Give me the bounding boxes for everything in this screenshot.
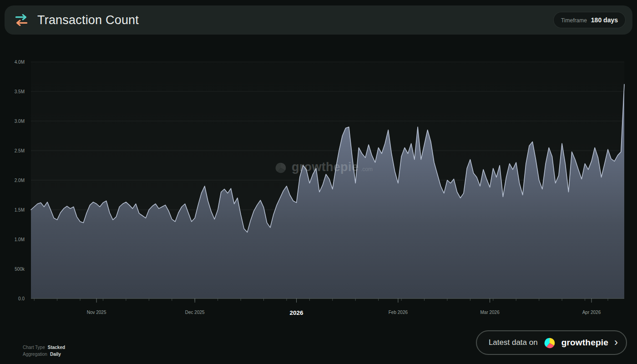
page-title: Transaction Count — [37, 13, 139, 27]
svg-text:Apr 2026: Apr 2026 — [582, 310, 601, 315]
svg-text:4.0M: 4.0M — [15, 60, 25, 65]
latest-data-cta-button[interactable]: Latest data on growthepie › — [476, 330, 627, 355]
timeframe-selector[interactable]: Timeframe 180 days — [554, 12, 625, 28]
svg-text:500k: 500k — [15, 267, 25, 272]
chart-type-label: Chart Type — [23, 344, 45, 351]
cta-brand-text: growthepie — [561, 338, 608, 348]
svg-text:3.0M: 3.0M — [15, 119, 25, 124]
transaction-count-page: Transaction Count Timeframe 180 days 0.0… — [0, 0, 637, 364]
transaction-count-area-chart[interactable]: 0.0500k1.0M1.5M2.0M2.5M3.0M3.5M4.0MNov 2… — [0, 41, 637, 323]
header-bar: Transaction Count Timeframe 180 days — [5, 5, 632, 35]
chevron-right-icon: › — [614, 337, 618, 348]
svg-text:3.5M: 3.5M — [15, 89, 25, 94]
svg-text:0.0: 0.0 — [18, 296, 25, 301]
chart-meta: Chart Type Stacked Aggregation Daily — [23, 344, 65, 358]
aggregation-value: Daily — [50, 351, 61, 358]
svg-text:2.0M: 2.0M — [15, 178, 25, 183]
svg-text:Dec 2025: Dec 2025 — [185, 310, 205, 315]
svg-text:2.5M: 2.5M — [15, 148, 25, 153]
growthepie-logo-icon — [543, 336, 556, 349]
timeframe-label: Timeframe — [561, 17, 587, 24]
aggregation-label: Aggregation — [23, 351, 47, 358]
svg-text:1.0M: 1.0M — [15, 237, 25, 242]
svg-text:2026: 2026 — [290, 309, 304, 316]
svg-text:Nov 2025: Nov 2025 — [87, 310, 106, 315]
timeframe-value: 180 days — [591, 16, 618, 24]
transactions-swap-icon — [13, 11, 30, 29]
svg-text:1.5M: 1.5M — [15, 207, 25, 212]
chart-type-row: Chart Type Stacked — [23, 344, 65, 351]
chart-type-value: Stacked — [48, 344, 65, 351]
svg-text:Mar 2026: Mar 2026 — [480, 310, 500, 315]
cta-prefix-text: Latest data on — [489, 338, 538, 347]
svg-text:Feb 2026: Feb 2026 — [389, 310, 408, 315]
aggregation-row: Aggregation Daily — [23, 351, 65, 358]
